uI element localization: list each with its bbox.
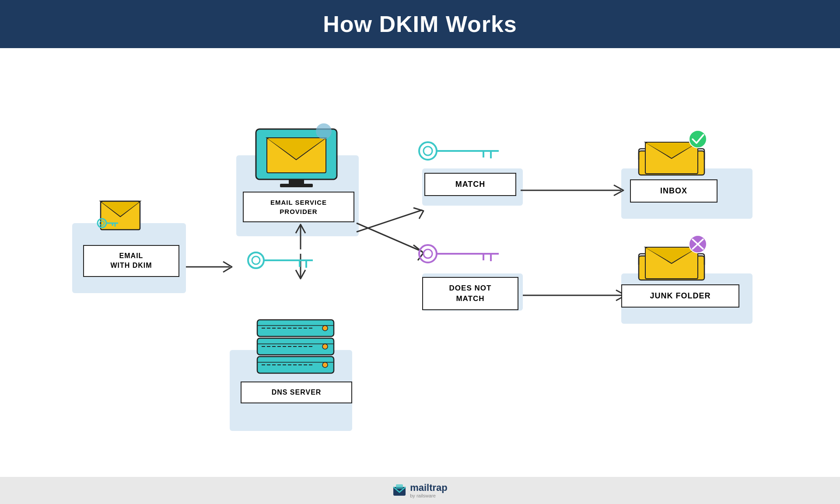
esp-monitor-icon — [247, 118, 348, 190]
mailtrap-logo-icon — [392, 483, 406, 497]
esp-label: EMAIL SERVICEPROVIDER — [243, 192, 354, 222]
svg-line-18 — [357, 223, 422, 252]
page-title: How DKIM Works — [323, 11, 517, 37]
svg-point-38 — [419, 142, 437, 160]
svg-point-21 — [248, 252, 264, 268]
inbox-label: INBOX — [630, 179, 718, 203]
inbox-icon — [621, 127, 722, 181]
svg-point-54 — [689, 130, 707, 148]
svg-point-32 — [322, 344, 328, 349]
nomatch-key-icon — [416, 238, 512, 271]
match-label: MATCH — [424, 173, 516, 196]
svg-point-45 — [424, 249, 432, 258]
junk-label: JUNK FOLDER — [621, 284, 739, 308]
mailtrap-brand-name: mailtrap — [410, 483, 448, 493]
arrow-email-to-esp — [184, 258, 241, 277]
svg-point-22 — [252, 256, 260, 264]
email-dkim-label: EMAILWITH DKIM — [83, 245, 179, 277]
nomatch-label: DOES NOTMATCH — [422, 277, 518, 310]
header: How DKIM Works — [0, 0, 840, 48]
email-envelope-icon — [92, 192, 149, 236]
dns-server-icon — [244, 311, 349, 380]
dns-label: DNS SERVER — [241, 382, 352, 403]
footer: mailtrap by railsware — [0, 477, 840, 504]
main-content: EMAILWITH DKIM — [0, 48, 840, 477]
arrow-match-to-inbox — [518, 182, 637, 201]
mailtrap-sub-name: by railsware — [410, 493, 448, 498]
svg-point-28 — [322, 362, 328, 368]
svg-rect-12 — [280, 184, 313, 187]
svg-rect-63 — [396, 484, 403, 489]
junk-icon — [621, 232, 722, 286]
svg-point-16 — [316, 123, 332, 139]
svg-point-39 — [424, 147, 432, 155]
svg-point-44 — [419, 245, 437, 262]
middle-key-icon — [245, 245, 324, 277]
mailtrap-logo: mailtrap by railsware — [392, 483, 448, 498]
match-key-icon — [416, 136, 512, 168]
svg-point-36 — [322, 326, 328, 331]
diagram: EMAILWITH DKIM — [48, 83, 792, 442]
